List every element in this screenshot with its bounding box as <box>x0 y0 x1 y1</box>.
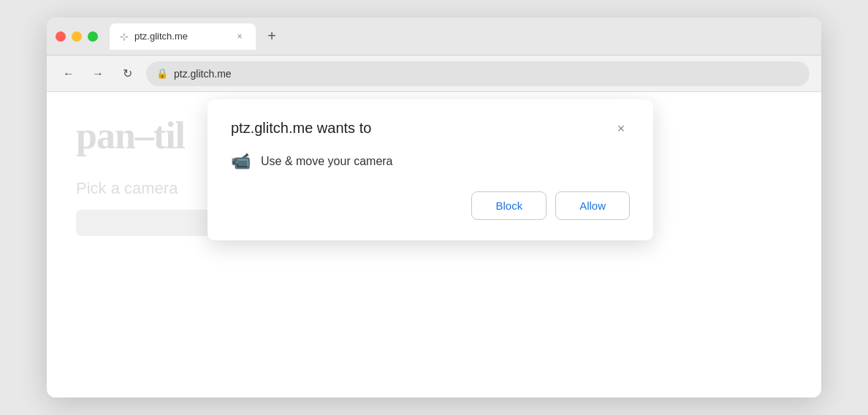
reload-button[interactable]: ↻ <box>117 64 137 84</box>
reload-icon: ↻ <box>123 66 132 80</box>
address-text: ptz.glitch.me <box>174 68 232 80</box>
title-bar: ⊹ ptz.glitch.me × + <box>47 18 821 56</box>
page-bg-input <box>76 210 222 236</box>
block-button[interactable]: Block <box>471 191 547 220</box>
camera-icon: 📹 <box>231 152 251 171</box>
new-tab-button[interactable]: + <box>262 26 282 47</box>
page-background-content: pan–til Pick a camera <box>76 114 222 236</box>
minimize-button[interactable] <box>72 31 82 42</box>
close-button[interactable] <box>56 31 66 42</box>
permission-popup: ptz.glitch.me wants to × 📹 Use & move yo… <box>208 99 653 240</box>
traffic-lights <box>56 31 98 42</box>
nav-bar: ← → ↻ 🔒 ptz.glitch.me <box>47 56 821 92</box>
popup-buttons: Block Allow <box>231 191 630 220</box>
browser-tab[interactable]: ⊹ ptz.glitch.me × <box>110 23 256 50</box>
lock-icon: 🔒 <box>156 68 168 79</box>
popup-close-button[interactable]: × <box>612 120 630 137</box>
address-bar[interactable]: 🔒 ptz.glitch.me <box>146 61 810 86</box>
page-bg-title: pan–til <box>76 114 222 157</box>
forward-button[interactable]: → <box>88 64 108 84</box>
back-icon: ← <box>63 67 75 80</box>
forward-icon: → <box>92 67 104 80</box>
page-bg-subtitle: Pick a camera <box>76 179 222 198</box>
back-button[interactable]: ← <box>58 64 79 84</box>
allow-button[interactable]: Allow <box>555 191 630 220</box>
page-content: pan–til Pick a camera ptz.glitch.me want… <box>47 92 821 397</box>
popup-title: ptz.glitch.me wants to <box>231 120 371 137</box>
tab-close-button[interactable]: × <box>234 31 245 42</box>
popup-permission-row: 📹 Use & move your camera <box>231 152 630 171</box>
tab-drag-icon: ⊹ <box>120 31 129 42</box>
maximize-button[interactable] <box>88 31 98 42</box>
browser-window: ⊹ ptz.glitch.me × + ← → ↻ 🔒 ptz.glitch.m… <box>47 18 821 397</box>
popup-header: ptz.glitch.me wants to × <box>231 120 630 137</box>
permission-text: Use & move your camera <box>261 155 393 168</box>
tab-title: ptz.glitch.me <box>134 31 228 42</box>
